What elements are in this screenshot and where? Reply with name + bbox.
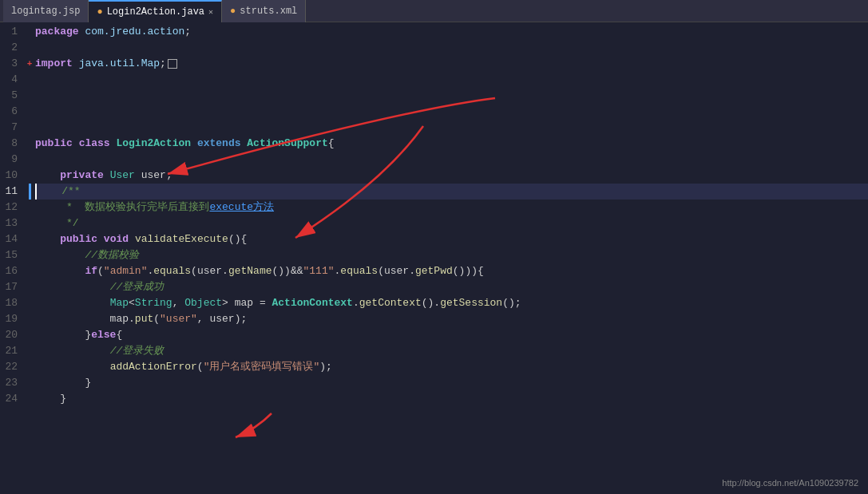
tab-struts-modified-icon: ● [230, 6, 236, 17]
tab-close-icon[interactable]: ✕ [208, 7, 213, 17]
code-line-14: 14 public void validateExecute(){ [0, 231, 868, 247]
code-line-19: 19 map.put("user", user); [0, 311, 868, 327]
tab-login2action[interactable]: ● Login2Action.java ✕ [89, 0, 222, 22]
code-line-7: 7 [0, 120, 868, 136]
code-line-12: 12 * 数据校验执行完毕后直接到execute方法 [0, 200, 868, 215]
code-line-6: 6 [0, 104, 868, 120]
tab-logintag-label: logintag.jsp [11, 6, 80, 17]
code-line-22: 22 addActionError("用户名或密码填写错误"); [0, 359, 868, 375]
watermark: http://blog.csdn.net/An1090239782 [722, 478, 858, 488]
code-line-21: 21 //登录失败 [0, 343, 868, 359]
code-line-4: 4 [0, 72, 868, 88]
code-line-1: 1 package com.jredu.action; [0, 24, 868, 40]
code-line-20: 20 }else{ [0, 327, 868, 343]
code-line-23: 23 } [0, 375, 868, 391]
tab-login2action-label: Login2Action.java [107, 6, 204, 18]
tab-struts-label: struts.xml [240, 6, 297, 17]
tab-bar: logintag.jsp ● Login2Action.java ✕ ● str… [0, 0, 868, 22]
code-line-15: 15 //数据校验 [0, 247, 868, 263]
code-line-18: 18 Map<String, Object> map = ActionConte… [0, 295, 868, 311]
tab-struts[interactable]: ● struts.xml [222, 0, 306, 22]
tab-modified-icon: ● [97, 6, 102, 18]
code-line-2: 2 [0, 40, 868, 56]
code-line-24: 24 } [0, 391, 868, 407]
tab-logintag[interactable]: logintag.jsp [3, 0, 89, 22]
code-line-17: 17 //登录成功 [0, 279, 868, 295]
code-line-3: 3 + import java.util.Map; [0, 56, 868, 72]
code-line-9: 9 [0, 152, 868, 168]
editor-area[interactable]: 1 package com.jredu.action; 2 3 + import… [0, 22, 868, 494]
code-line-5: 5 [0, 88, 868, 104]
code-line-10: 10 private User user; [0, 168, 868, 184]
code-line-16: 16 if("admin".equals(user.getName())&&"1… [0, 263, 868, 279]
code-editor[interactable]: 1 package com.jredu.action; 2 3 + import… [0, 22, 868, 407]
code-line-13: 13 */ [0, 215, 868, 231]
code-line-8: 8 public class Login2Action extends Acti… [0, 136, 868, 152]
code-line-11: 11 /** [0, 184, 868, 200]
